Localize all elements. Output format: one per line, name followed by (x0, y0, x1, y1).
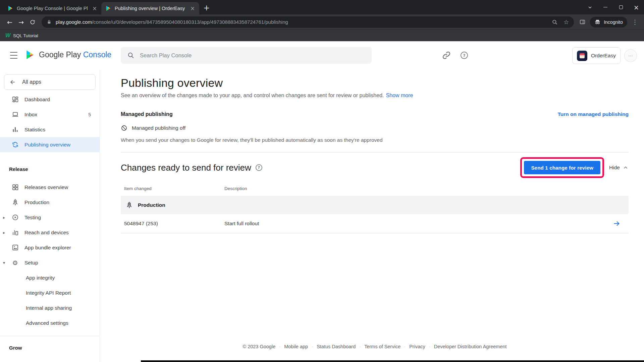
tab-publishing-overview[interactable]: Publishing overview | OrderEasy × (101, 2, 199, 14)
sidebar-item-label: Releases overview (24, 184, 68, 190)
sidebar-item-testing[interactable]: ▸ Testing (0, 210, 100, 225)
footer-link-mobile-app[interactable]: Mobile app (284, 344, 308, 349)
table-row[interactable]: 5048947 (253) Start full rollout (121, 214, 629, 233)
tab-close-icon[interactable]: × (189, 5, 196, 12)
window-close-button[interactable]: × (629, 0, 644, 14)
back-button[interactable]: ← (4, 16, 15, 28)
reload-button[interactable] (27, 16, 38, 28)
send-for-review-button[interactable]: Send 1 change for review (524, 161, 600, 174)
side-panel-icon[interactable] (577, 17, 587, 27)
footer-link-privacy[interactable]: Privacy (409, 344, 425, 349)
window-minimize-button[interactable] (598, 0, 613, 14)
address-bar[interactable]: play.google.com/console/u/0/developers/8… (42, 16, 574, 28)
sidebar-item-setup[interactable]: ▾ ⚙ Setup (0, 255, 100, 270)
releases-overview-icon (11, 184, 19, 191)
column-item-changed: Item changed (124, 186, 224, 191)
sidebar-item-advanced-settings[interactable]: Advanced settings (0, 315, 100, 330)
table-header: Item changed Description (121, 186, 629, 196)
expand-right-icon[interactable]: ▸ (3, 230, 5, 235)
changes-table: Item changed Description Production 5048… (121, 186, 629, 233)
page-footer: © 2023 Google · Mobile app · Status Dash… (121, 344, 629, 349)
page-subtitle: See an overview of the changes made to y… (121, 93, 629, 99)
footer-separator: · (312, 344, 313, 349)
sidebar-item-dashboard[interactable]: Dashboard (0, 92, 100, 107)
help-icon[interactable]: ? (461, 52, 469, 60)
tab-close-icon[interactable]: × (91, 5, 98, 12)
logo-wordmark: Google Play Console (39, 50, 111, 59)
menu-hamburger-icon[interactable] (10, 52, 17, 59)
console-search-bar[interactable] (121, 47, 372, 64)
window-maximize-button[interactable] (613, 0, 629, 14)
console-search-input[interactable] (140, 52, 365, 59)
sidebar-item-label: Dashboard (24, 97, 50, 103)
show-more-link[interactable]: Show more (386, 93, 413, 98)
bookmark-sql-tutorial[interactable]: W SQL Tutorial (5, 33, 38, 39)
footer-link-terms[interactable]: Terms of Service (364, 344, 400, 349)
all-apps-button[interactable]: All apps (4, 74, 96, 90)
app-switcher-chip[interactable]: OrderEasy (572, 47, 621, 64)
sidebar: All apps Dashboard Inbox 5 Statistics (0, 70, 100, 362)
sidebar-item-label: Setup (24, 260, 38, 266)
tab-strip: Google Play Console | Google Pla × Publi… (0, 0, 644, 14)
rocket-icon (126, 201, 133, 208)
footer-copyright: © 2023 Google (243, 344, 275, 349)
expand-down-icon[interactable]: ▾ (3, 260, 5, 265)
bookmark-star-icon[interactable]: ☆ (561, 17, 571, 27)
section-divider (121, 152, 629, 153)
changes-help-icon[interactable]: ? (256, 164, 262, 171)
table-group-row: Production (121, 196, 629, 214)
annotation-highlight-box: Send 1 change for review (520, 157, 604, 178)
ordereasy-app-icon (577, 51, 587, 61)
sidebar-item-statistics[interactable]: Statistics (0, 122, 100, 137)
sidebar-item-inbox[interactable]: Inbox 5 (0, 107, 100, 122)
sidebar-item-publishing-overview[interactable]: Publishing overview (0, 137, 100, 152)
turn-on-managed-publishing-link[interactable]: Turn on managed publishing (557, 111, 629, 117)
managed-publishing-description: When you send your changes to Google for… (121, 137, 629, 143)
tab-title: Google Play Console | Google Pla (17, 6, 88, 11)
hide-toggle[interactable]: Hide (609, 165, 629, 171)
tab-play-console-home[interactable]: Google Play Console | Google Pla × (3, 2, 101, 14)
sidebar-item-label: Inbox (24, 112, 37, 118)
footer-separator: · (279, 344, 280, 349)
sidebar-item-production[interactable]: Production (0, 195, 100, 210)
new-tab-button[interactable]: + (201, 2, 212, 13)
bookmark-label: SQL Tutorial (13, 33, 38, 38)
forward-button[interactable]: → (15, 16, 27, 28)
row-arrow-icon[interactable] (612, 220, 621, 228)
expand-right-icon[interactable]: ▸ (3, 215, 5, 220)
url-text: play.google.com/console/u/0/developers/8… (56, 19, 550, 25)
play-console-app: Google Play Console ? OrderEasy ⋯ All ap… (0, 41, 644, 362)
all-apps-label: All apps (22, 79, 41, 85)
sidebar-section-grow: Grow (0, 341, 100, 354)
incognito-label: Incognito (604, 19, 623, 25)
sidebar-item-label: Production (24, 199, 49, 205)
lock-icon (46, 19, 52, 25)
browser-toolbar: ← → play.google.com/console/u/0/develope… (0, 14, 644, 29)
tab-search-chevron-icon[interactable] (582, 0, 598, 14)
chevron-up-icon (623, 165, 629, 171)
app-bundle-explorer-icon (11, 244, 19, 251)
inbox-count-badge: 5 (88, 112, 91, 117)
footer-separator: · (429, 344, 430, 349)
play-console-logo[interactable]: Google Play Console (25, 50, 111, 60)
back-arrow-icon (9, 79, 16, 85)
footer-link-distribution-agreement[interactable]: Developer Distribution Agreement (434, 344, 507, 349)
sidebar-divider (0, 336, 100, 336)
url-path: /console/u/0/developers/8473589504080180… (92, 19, 288, 25)
toolbar-right: Incognito ⋮ (577, 17, 640, 27)
sidebar-item-releases-overview[interactable]: Releases overview (0, 180, 100, 195)
sidebar-item-app-integrity[interactable]: App integrity (0, 270, 100, 285)
footer-separator: · (404, 344, 406, 349)
account-avatar[interactable]: ⋯ (624, 49, 637, 62)
sidebar-item-integrity-api-report[interactable]: Integrity API Report (0, 285, 100, 300)
sidebar-item-label: App bundle explorer (24, 245, 71, 251)
browser-menu-icon[interactable]: ⋮ (630, 17, 640, 27)
sidebar-item-internal-app-sharing[interactable]: Internal app sharing (0, 300, 100, 315)
sidebar-item-app-bundle-explorer[interactable]: App bundle explorer (0, 240, 100, 255)
gear-icon: ⚙ (11, 259, 19, 266)
sidebar-item-reach-and-devices[interactable]: ▸ Reach and devices (0, 225, 100, 240)
inbox-icon (11, 111, 19, 118)
search-icon[interactable] (550, 17, 560, 27)
footer-link-status-dashboard[interactable]: Status Dashboard (317, 344, 356, 349)
link-icon[interactable] (442, 51, 451, 60)
